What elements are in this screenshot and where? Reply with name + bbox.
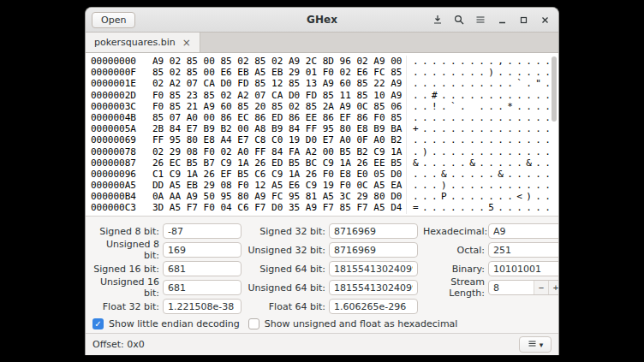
conversion-field-row: Signed 16 bit:: [91, 261, 242, 276]
minimize-button[interactable]: [494, 12, 510, 27]
offset-label: 000000C3: [91, 202, 139, 213]
ascii-bytes[interactable]: +..............: [406, 123, 554, 134]
minimize-icon: [498, 15, 507, 25]
maximize-button[interactable]: [516, 12, 531, 27]
checkbox-show-little-endian[interactable]: ✓Show little endian decoding: [92, 318, 240, 329]
field-label: Stream Length:: [423, 276, 485, 299]
field-label: Unsigned 64 bit:: [247, 282, 325, 294]
offset-label: 000000B4: [91, 191, 139, 202]
conversion-field-row: Hexadecimal:: [423, 223, 559, 239]
save-icon: [432, 15, 443, 25]
checkbox-unchecked-icon[interactable]: [248, 318, 259, 329]
offset-label: 00000000: [91, 56, 139, 67]
offset-status: Offset: 0x0: [92, 339, 145, 350]
hex-bytes[interactable]: 26 EC B5 B7 C9 1A 26 ED B5 BC C9 1A 26 E…: [152, 157, 401, 169]
stepper-plus-button[interactable]: +: [548, 281, 559, 294]
find-button[interactable]: [451, 12, 467, 27]
hex-row: 0000008726 EC B5 B7 C9 1A 26 ED B5 BC C9…: [91, 157, 558, 169]
hex-bytes[interactable]: 0A AA A9 50 95 80 A9 FC 95 81 A5 3C 29 8…: [152, 191, 401, 202]
ascii-bytes[interactable]: ...........`.".: [406, 78, 554, 89]
open-button[interactable]: Open: [92, 12, 135, 28]
hex-view[interactable]: 00000000A9 02 85 00 85 02 85 02 A9 2C 8D…: [86, 53, 558, 216]
conversion-field-row: Float 32 bit:: [91, 299, 242, 314]
hex-bytes[interactable]: DD A5 EB 29 08 F0 12 A5 E6 C9 19 F0 0C A…: [152, 180, 401, 191]
unsigned-16bit-field[interactable]: [163, 280, 242, 295]
ascii-bytes[interactable]: ..!.`. ...*....: [406, 101, 554, 112]
scrollbar[interactable]: [552, 56, 557, 212]
ascii-bytes[interactable]: &.....&.....&..: [406, 157, 554, 169]
hex-bytes[interactable]: C1 C9 1A 26 EF B5 C6 C9 1A 26 F0 E8 E0 0…: [152, 169, 401, 180]
field-label: Unsigned 8 bit:: [91, 239, 159, 261]
offset-label: 00000078: [91, 146, 139, 157]
checkbox-show-unsigned-and[interactable]: Show unsigned and float as hexadecimal: [248, 318, 458, 329]
tab-label: pokersquares.bin: [94, 37, 176, 48]
checkbox-row: ✓Show little endian decodingShow unsigne…: [86, 314, 558, 333]
offset-label: 0000001E: [91, 78, 139, 89]
stream-length-stepper[interactable]: 8−+: [488, 280, 559, 295]
offset-label: 00000087: [91, 157, 139, 169]
ascii-bytes[interactable]: ...)...........: [406, 180, 554, 191]
ascii-bytes[interactable]: ...&.....&.....: [406, 169, 554, 180]
field-label: Hexadecimal:: [423, 226, 485, 237]
field-label: Signed 8 bit:: [91, 226, 159, 237]
hex-bytes[interactable]: 02 A2 07 CA D0 FD 85 12 85 13 A9 60 85 2…: [152, 78, 401, 89]
hex-bytes[interactable]: 3D A5 F7 F0 04 C6 F7 D0 35 A9 F7 85 F7 A…: [152, 202, 401, 213]
maximize-icon: [519, 15, 528, 25]
scrollbar-thumb[interactable]: [552, 56, 557, 122]
offset-label: 00000096: [91, 169, 139, 180]
unsigned-64bit-field[interactable]: [329, 280, 418, 295]
signed-16bit-field[interactable]: [163, 261, 242, 276]
hex-bytes[interactable]: FF 95 80 E8 A4 E7 C8 C0 19 D0 E7 A0 0F A…: [152, 134, 401, 145]
group-data-button[interactable]: ▾: [519, 336, 552, 353]
ascii-bytes[interactable]: ...............: [406, 134, 554, 145]
menu-button[interactable]: [473, 12, 488, 27]
ascii-bytes[interactable]: ........)......: [406, 67, 554, 78]
checkbox-checked-icon[interactable]: ✓: [92, 318, 104, 329]
hex-bytes[interactable]: F0 85 21 A9 60 85 20 85 02 85 2A A9 0C 8…: [152, 101, 401, 112]
hex-bytes[interactable]: 02 29 08 F0 02 A0 FF 84 FA A2 00 B5 B2 C…: [152, 146, 401, 157]
octal-field[interactable]: [488, 242, 559, 258]
save-button[interactable]: [430, 12, 445, 27]
hex-row: 000000C33D A5 F7 F0 04 C6 F7 D0 35 A9 F7…: [91, 202, 558, 213]
unsigned-8bit-field[interactable]: [163, 242, 242, 258]
screen: { "colors": { "accent": "#3584e4" }, "ic…: [0, 0, 644, 362]
ascii-bytes[interactable]: .).............: [406, 146, 554, 157]
ascii-bytes[interactable]: ..#............: [406, 90, 554, 101]
hex-bytes[interactable]: A9 02 85 00 85 02 85 02 A9 2C 8D 96 02 A…: [152, 56, 401, 67]
ascii-bytes[interactable]: .........,.....: [406, 56, 554, 67]
unsigned-32bit-field[interactable]: [329, 242, 418, 258]
field-label: Octal:: [423, 245, 485, 256]
conversion-field-row: Unsigned 32 bit:: [247, 242, 418, 258]
hex-bytes[interactable]: 85 02 85 00 E6 EB A5 EB 29 01 F0 02 E6 F…: [152, 67, 401, 78]
status-bar: Offset: 0x0 ▾: [86, 333, 558, 355]
float-64bit-field[interactable]: [329, 299, 418, 314]
close-button[interactable]: [537, 12, 552, 27]
search-icon: [454, 15, 464, 25]
signed-8bit-field[interactable]: [163, 223, 242, 239]
hex-row: 0000002DF0 85 23 85 02 A2 07 CA D0 FD 85…: [91, 90, 558, 101]
tab-pokersquares[interactable]: pokersquares.bin ×: [86, 33, 200, 52]
tab-bar: pokersquares.bin ×: [86, 33, 558, 53]
float-32bit-field[interactable]: [163, 299, 242, 314]
hex-rows: 00000000A9 02 85 00 85 02 85 02 A9 2C 8D…: [91, 56, 558, 214]
hex-bytes[interactable]: 85 07 A0 00 86 EC 86 ED 86 EE 86 EF 86 F…: [152, 112, 401, 123]
ascii-bytes[interactable]: =.......5......: [406, 202, 554, 213]
conversion-field-row: Unsigned 64 bit:: [247, 280, 418, 295]
offset-label: 000000A5: [91, 180, 139, 191]
stepper-minus-button[interactable]: −: [534, 281, 548, 294]
stream-length-value[interactable]: 8: [489, 282, 534, 294]
tab-close-icon[interactable]: ×: [182, 38, 191, 48]
hexadecimal-field[interactable]: [488, 223, 559, 239]
ascii-bytes[interactable]: ...P.......<)..: [406, 191, 554, 202]
ghex-window: Open GHex: [85, 7, 559, 355]
signed-32bit-field[interactable]: [329, 223, 418, 239]
binary-field[interactable]: [488, 261, 559, 276]
field-label: Float 32 bit:: [91, 301, 159, 312]
ascii-bytes[interactable]: ...............: [406, 112, 554, 123]
hex-row: 00000069FF 95 80 E8 A4 E7 C8 C0 19 D0 E7…: [91, 134, 558, 145]
hex-bytes[interactable]: 2B 84 E7 B9 B2 00 A8 B9 84 FF 95 80 E8 B…: [152, 123, 401, 134]
hex-bytes[interactable]: F0 85 23 85 02 A2 07 CA D0 FD 85 11 85 1…: [152, 90, 401, 101]
field-label: Float 64 bit:: [247, 301, 325, 312]
caret-down-icon: ▾: [540, 341, 544, 349]
signed-64bit-field[interactable]: [329, 261, 418, 276]
